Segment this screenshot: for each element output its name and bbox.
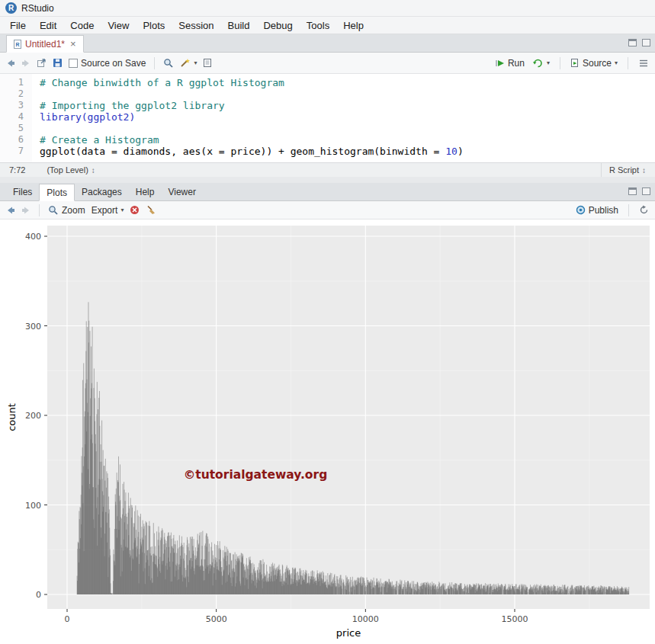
refresh-plot-button[interactable] [639, 205, 649, 215]
toolbar-separator [628, 57, 628, 69]
minimize-pane-icon[interactable] [628, 39, 637, 46]
tab-viewer[interactable]: Viewer [161, 183, 202, 200]
toolbar-separator [154, 57, 155, 69]
magnifier-icon [48, 205, 59, 216]
menu-help[interactable]: Help [336, 18, 371, 34]
remove-plot-button[interactable] [130, 205, 140, 215]
y-tick-label: 100 [25, 501, 41, 511]
plot-area: 0100200300400050001000015000pricecount©t… [0, 219, 655, 644]
source-toolbar-right: Run ▾ Source ▾ [495, 57, 649, 69]
forward-button[interactable] [21, 59, 31, 68]
menu-view[interactable]: View [101, 18, 136, 34]
source-pane: R Untitled1* × Sou [0, 34, 655, 177]
y-tick-label: 400 [25, 232, 41, 242]
tab-files[interactable]: Files [6, 183, 39, 200]
run-label: Run [508, 58, 525, 69]
rerun-icon [532, 58, 544, 68]
tab-plots[interactable]: Plots [39, 184, 75, 201]
back-arrow-icon [6, 206, 15, 215]
save-icon [53, 58, 63, 68]
next-plot-button[interactable] [21, 206, 31, 215]
menu-code[interactable]: Code [63, 18, 101, 34]
code-editor[interactable]: 1234567 # Change binwidth of a R ggplot … [0, 74, 655, 162]
menu-file[interactable]: File [3, 18, 33, 34]
outline-icon [638, 59, 649, 68]
app-title: RStudio [21, 3, 54, 14]
minimize-pane-icon[interactable] [628, 187, 637, 195]
back-button[interactable] [6, 59, 15, 68]
source-toolbar: Source on Save ▾ Run ▾ [0, 53, 655, 74]
run-button[interactable]: Run [495, 58, 525, 69]
forward-arrow-icon [21, 59, 31, 68]
source-on-save-checkbox[interactable] [69, 59, 78, 68]
menu-session[interactable]: Session [172, 18, 220, 34]
plots-pane: FilesPlotsPackagesHelpViewer Zoom Export… [0, 183, 655, 644]
file-type-selector[interactable]: R Script ↕ [601, 163, 646, 177]
rerun-button[interactable]: ▾ [532, 58, 550, 68]
rstudio-window: R RStudio FileEditCodeViewPlotsSessionBu… [0, 0, 655, 644]
menu-build[interactable]: Build [221, 18, 257, 34]
compile-report-button[interactable] [203, 58, 212, 68]
x-tick-label: 5000 [206, 614, 227, 624]
maximize-pane-icon[interactable] [642, 39, 650, 46]
pane-divider[interactable] [0, 177, 655, 183]
source-button[interactable]: Source ▾ [570, 58, 618, 69]
publish-label: Publish [589, 205, 618, 216]
zoom-label: Zoom [62, 205, 85, 216]
x-tick-label: 0 [65, 614, 70, 624]
watermark-text: ©tutorialgateway.org [184, 468, 327, 482]
close-tab-icon[interactable]: × [70, 39, 76, 49]
clear-all-plots-button[interactable] [146, 205, 156, 215]
source-doc-icon [570, 58, 580, 68]
y-tick-label: 0 [36, 590, 41, 600]
y-tick-label: 300 [25, 322, 41, 332]
tab-help[interactable]: Help [129, 183, 162, 200]
forward-arrow-icon [21, 206, 31, 215]
publish-button[interactable]: Publish [576, 205, 618, 216]
plots-toolbar: Zoom Export ▾ Publish [0, 201, 655, 219]
file-type-label: R Script [609, 165, 639, 175]
tab-title: Untitled1* [25, 39, 65, 50]
toolbar-separator [628, 204, 629, 216]
updown-icon: ↕ [642, 166, 646, 175]
save-button[interactable] [53, 58, 63, 68]
caret-down-icon: ▾ [615, 59, 618, 66]
previous-plot-button[interactable] [6, 206, 15, 215]
x-axis-title: price [336, 627, 361, 639]
zoom-button[interactable]: Zoom [48, 205, 85, 216]
r-script-icon: R [14, 40, 21, 49]
menu-tools[interactable]: Tools [300, 18, 336, 34]
pane-window-buttons [628, 39, 650, 46]
code-lines: # Change binwidth of a R ggplot Histogra… [32, 74, 464, 162]
export-button[interactable]: Export ▾ [92, 205, 124, 216]
rstudio-logo-icon: R [5, 2, 17, 14]
maximize-pane-icon[interactable] [642, 187, 650, 195]
updown-icon: ↕ [92, 166, 95, 175]
broom-icon [146, 205, 156, 215]
caret-down-icon: ▾ [194, 59, 197, 66]
x-tick-label: 15000 [502, 614, 528, 624]
toolbar-separator [39, 204, 40, 216]
tab-untitled1[interactable]: R Untitled1* × [6, 35, 84, 53]
open-in-new-window-button[interactable] [37, 58, 47, 68]
title-bar: R RStudio [0, 0, 655, 17]
magic-wand-icon [180, 58, 191, 68]
source-on-save-toggle[interactable]: Source on Save [69, 58, 146, 69]
scope-label: (Top Level) [47, 165, 88, 175]
menu-edit[interactable]: Edit [33, 18, 63, 34]
refresh-icon [639, 205, 649, 215]
publish-icon [576, 205, 586, 215]
menu-debug[interactable]: Debug [256, 18, 299, 34]
tab-packages[interactable]: Packages [75, 183, 129, 200]
run-arrow-icon [495, 59, 505, 68]
y-tick-label: 200 [25, 411, 41, 421]
y-axis-title: count [6, 403, 18, 431]
scope-selector[interactable]: (Top Level) ↕ [47, 165, 95, 175]
caret-down-icon: ▾ [120, 207, 124, 213]
find-replace-button[interactable] [163, 58, 174, 69]
document-outline-button[interactable] [638, 59, 649, 68]
menu-plots[interactable]: Plots [136, 18, 172, 34]
back-arrow-icon [6, 59, 15, 68]
menu-bar: FileEditCodeViewPlotsSessionBuildDebugTo… [0, 17, 655, 34]
code-tools-button[interactable]: ▾ [180, 58, 197, 68]
